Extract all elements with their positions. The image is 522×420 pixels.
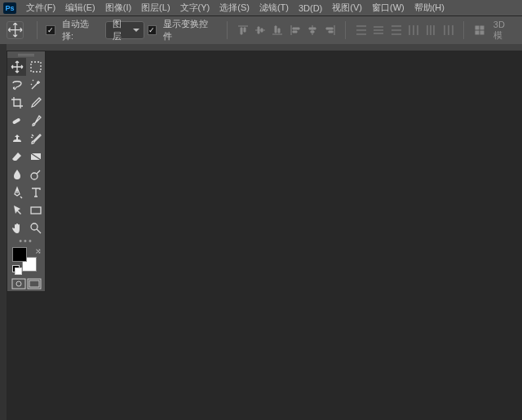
move-icon: [7, 22, 23, 38]
rectangle-tool[interactable]: [26, 201, 45, 219]
move-tool[interactable]: [7, 58, 26, 76]
healing-brush-tool[interactable]: [7, 112, 26, 130]
app-logo: Ps: [3, 2, 16, 14]
svg-rect-0: [476, 26, 479, 29]
align-top-edges-button[interactable]: [236, 23, 250, 38]
separator: [463, 21, 464, 39]
menu-help[interactable]: 帮助(H): [409, 0, 449, 15]
menu-edit[interactable]: 编辑(E): [60, 0, 100, 15]
lasso-tool[interactable]: [7, 76, 26, 94]
blur-tool[interactable]: [7, 166, 26, 183]
history-brush-tool[interactable]: [26, 130, 45, 148]
brush-tool[interactable]: [26, 112, 45, 130]
3d-mode-label: 3D 模: [493, 20, 515, 42]
document-tab-strip: [7, 44, 522, 51]
menu-view[interactable]: 视图(V): [327, 0, 367, 15]
hand-tool[interactable]: [7, 219, 26, 237]
menu-filter[interactable]: 滤镜(T): [254, 0, 294, 15]
dodge-tool[interactable]: [26, 166, 45, 183]
svg-rect-13: [29, 281, 39, 287]
show-transform-checkbox[interactable]: [148, 25, 157, 35]
distribute-bottom-button[interactable]: [389, 23, 403, 38]
separator: [345, 21, 346, 39]
panel-grip[interactable]: [7, 51, 45, 58]
align-horizontal-centers-button[interactable]: [305, 23, 319, 38]
menu-image[interactable]: 图像(I): [100, 0, 136, 15]
auto-select-label: 自动选择:: [62, 18, 99, 42]
separator: [227, 21, 228, 39]
options-bar: 自动选择: 图层 显示变换控件 3D 模: [0, 16, 522, 44]
eyedropper-tool[interactable]: [26, 94, 45, 112]
svg-rect-3: [480, 31, 484, 34]
svg-point-9: [31, 223, 38, 230]
menu-type[interactable]: 文字(Y): [175, 0, 215, 15]
pen-tool[interactable]: [7, 183, 26, 201]
marquee-tool[interactable]: [26, 58, 45, 76]
eraser-tool[interactable]: [7, 148, 26, 166]
distribute-right-button[interactable]: [441, 23, 455, 38]
clone-stamp-tool[interactable]: [7, 130, 26, 148]
svg-point-7: [31, 173, 38, 179]
screen-mode-button[interactable]: [27, 278, 42, 290]
align-bottom-edges-button[interactable]: [271, 23, 285, 38]
zoom-tool[interactable]: [26, 219, 45, 237]
quick-mask-button[interactable]: [11, 278, 26, 290]
crop-tool[interactable]: [7, 94, 26, 112]
type-tool[interactable]: [26, 183, 45, 201]
foreground-color-swatch[interactable]: [12, 247, 27, 262]
path-selection-tool[interactable]: [7, 201, 26, 219]
distribute-horizontal-button[interactable]: [424, 23, 438, 38]
menu-file[interactable]: 文件(F): [21, 0, 60, 15]
svg-rect-2: [476, 31, 479, 34]
swap-colors-icon[interactable]: ⤭: [35, 247, 42, 255]
magic-wand-tool[interactable]: [26, 76, 45, 94]
menu-window[interactable]: 窗口(W): [367, 0, 409, 15]
show-transform-label: 显示变换控件: [163, 18, 215, 42]
menu-select[interactable]: 选择(S): [215, 0, 254, 15]
separator: [37, 21, 38, 39]
svg-rect-4: [31, 62, 41, 72]
distribute-vertical-button[interactable]: [372, 23, 386, 38]
gradient-tool[interactable]: [26, 148, 45, 166]
svg-rect-10: [12, 279, 25, 289]
svg-rect-8: [31, 207, 41, 214]
auto-align-button[interactable]: [472, 23, 486, 38]
default-colors-icon[interactable]: [12, 265, 20, 273]
distribute-top-button[interactable]: [354, 23, 368, 38]
color-swatches: ⤭: [7, 244, 45, 276]
tools-divider: •••: [7, 237, 45, 244]
svg-point-11: [16, 281, 21, 286]
align-vertical-centers-button[interactable]: [253, 23, 267, 38]
svg-rect-5: [11, 117, 20, 124]
svg-rect-1: [480, 26, 484, 29]
auto-select-checkbox[interactable]: [46, 25, 55, 35]
current-tool-indicator[interactable]: [7, 21, 24, 39]
menu-bar: Ps 文件(F) 编辑(E) 图像(I) 图层(L) 文字(Y) 选择(S) 滤…: [0, 0, 522, 16]
align-right-edges-button[interactable]: [323, 23, 337, 38]
left-dock-strip: [0, 44, 7, 420]
tools-panel: ••• ⤭: [7, 51, 46, 292]
canvas-area[interactable]: [46, 51, 522, 420]
auto-select-value: 图层: [113, 18, 130, 42]
align-left-edges-button[interactable]: [288, 23, 302, 38]
auto-select-dropdown[interactable]: 图层: [105, 21, 144, 39]
distribute-left-button[interactable]: [406, 23, 420, 38]
menu-3d[interactable]: 3D(D): [294, 2, 327, 15]
menu-layer[interactable]: 图层(L): [136, 0, 175, 15]
